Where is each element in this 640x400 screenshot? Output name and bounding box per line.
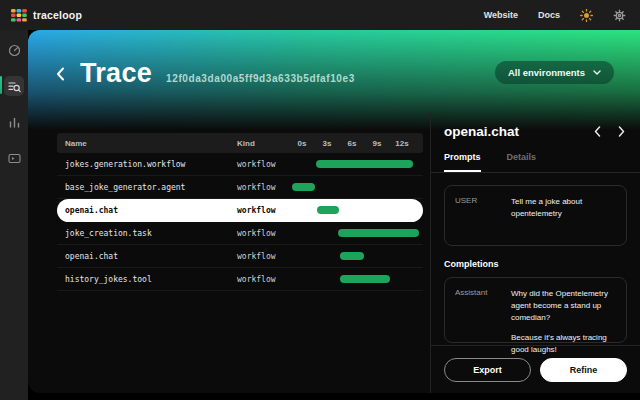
- span-kind: workflow: [237, 206, 292, 215]
- span-name: base_joke_generator.agent: [65, 183, 237, 192]
- timeline-tick: 12s: [395, 139, 408, 148]
- chevron-down-icon: [593, 70, 601, 75]
- sidebar: [0, 30, 28, 400]
- span-kind: workflow: [237, 252, 292, 261]
- column-header-kind: Kind: [237, 139, 292, 148]
- chevron-right-icon: [618, 126, 625, 137]
- back-button[interactable]: [56, 63, 72, 85]
- span-timeline: [292, 268, 423, 290]
- trace-row[interactable]: base_joke_generator.agentworkflow: [57, 176, 423, 199]
- spans-table-body: jokes.generation.workflowworkflowbase_jo…: [57, 153, 423, 291]
- column-header-name: Name: [65, 139, 237, 148]
- dashboard-gauge-icon: [4, 40, 24, 60]
- span-kind: workflow: [237, 160, 292, 169]
- prompt-card: USER Tell me a joke about opentelemetry: [444, 185, 627, 246]
- sidebar-item-traces[interactable]: [0, 72, 28, 100]
- span-timeline: [292, 153, 423, 175]
- timeline-tick: 3s: [323, 139, 332, 148]
- traceloop-logo-icon: [11, 9, 27, 22]
- completions-section-label: Completions: [444, 259, 627, 269]
- duration-bar: [316, 160, 413, 168]
- span-kind: workflow: [237, 229, 292, 238]
- span-title: openai.chat: [444, 124, 519, 139]
- completion-message: Why did the Opentelemetry agent become a…: [511, 288, 616, 332]
- playground-icon: [4, 148, 24, 168]
- completion-role-label: Assistant: [455, 288, 501, 332]
- main-panel: Trace 12f0da3da00a5ff9d3a633b5dfaf10e3 A…: [28, 30, 640, 393]
- span-name: history_jokes.tool: [65, 275, 237, 284]
- metrics-chart-icon: [4, 112, 24, 132]
- brand[interactable]: traceloop: [11, 9, 82, 22]
- span-name: openai.chat: [65, 206, 237, 215]
- span-timeline: [292, 222, 423, 244]
- trace-row[interactable]: openai.chatworkflow: [57, 245, 423, 268]
- export-button[interactable]: Export: [444, 358, 531, 382]
- chevron-left-icon: [594, 126, 601, 137]
- prompt-role-label: USER: [455, 196, 501, 235]
- duration-bar: [340, 275, 390, 283]
- span-kind: workflow: [237, 275, 292, 284]
- next-span-button[interactable]: [618, 126, 625, 137]
- trace-row[interactable]: joke_creation.taskworkflow: [57, 222, 423, 245]
- tab-prompts[interactable]: Prompts: [444, 152, 481, 172]
- prev-span-button[interactable]: [594, 126, 601, 137]
- trace-row[interactable]: history_jokes.toolworkflow: [57, 268, 423, 291]
- timeline-axis: 0s3s6s9s12s: [292, 133, 423, 153]
- prompt-message: Tell me a joke about opentelemetry: [511, 196, 616, 235]
- settings-gear-icon[interactable]: [613, 9, 626, 22]
- duration-bar: [338, 229, 419, 237]
- duration-bar: [317, 206, 339, 214]
- environment-dropdown[interactable]: All environments: [495, 61, 614, 84]
- environment-dropdown-label: All environments: [508, 67, 585, 78]
- completion-card: Assistant Why did the Opentelemetry agen…: [444, 277, 627, 343]
- span-timeline: [292, 245, 423, 267]
- span-name: jokes.generation.workflow: [65, 160, 237, 169]
- spans-table-header: Name Kind 0s3s6s9s12s: [57, 133, 423, 153]
- timeline-tick: 9s: [373, 139, 382, 148]
- timeline-tick: 0s: [298, 139, 307, 148]
- detail-tabs: PromptsDetails: [431, 152, 640, 173]
- spans-table: Name Kind 0s3s6s9s12s jokes.generation.w…: [57, 133, 423, 291]
- duration-bar: [340, 252, 364, 260]
- sidebar-item-metrics[interactable]: [0, 108, 28, 136]
- trace-row[interactable]: jokes.generation.workflowworkflow: [57, 153, 423, 176]
- span-timeline: [292, 199, 423, 221]
- span-timeline: [292, 176, 423, 198]
- duration-bar: [292, 183, 315, 191]
- topbar-link-docs[interactable]: Docs: [538, 10, 560, 20]
- traces-search-icon: [4, 76, 24, 96]
- page-title: Trace: [80, 58, 152, 89]
- brand-name: traceloop: [33, 9, 82, 21]
- trace-row[interactable]: openai.chatworkflow: [57, 199, 423, 222]
- span-name: joke_creation.task: [65, 229, 237, 238]
- timeline-tick: 6s: [348, 139, 357, 148]
- sidebar-item-dashboard[interactable]: [0, 36, 28, 64]
- span-kind: workflow: [237, 183, 292, 192]
- topbar: traceloop Website Docs: [0, 0, 640, 30]
- theme-sun-icon[interactable]: [580, 9, 593, 22]
- trace-id: 12f0da3da00a5ff9d3a633b5dfaf10e3: [166, 73, 355, 84]
- topbar-link-website[interactable]: Website: [484, 10, 518, 20]
- detail-footer: ExportRefine: [431, 345, 640, 393]
- span-name: openai.chat: [65, 252, 237, 261]
- chevron-left-icon: [56, 67, 65, 81]
- tab-details[interactable]: Details: [507, 152, 537, 172]
- refine-button[interactable]: Refine: [540, 358, 627, 382]
- sidebar-item-playground[interactable]: [0, 144, 28, 172]
- completion-text-line: Why did the Opentelemetry agent become a…: [511, 288, 616, 324]
- span-detail-panel: openai.chat PromptsDetails USER Tell me …: [430, 112, 640, 393]
